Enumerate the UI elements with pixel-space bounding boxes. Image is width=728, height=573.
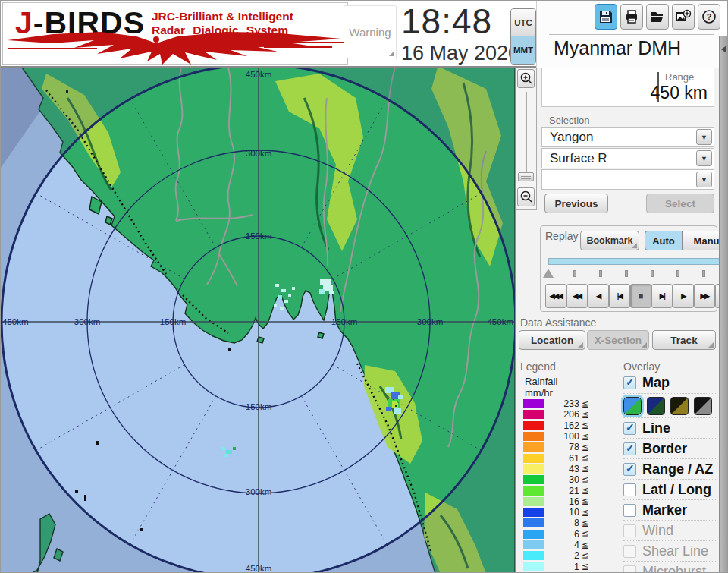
map-style-terrain[interactable] bbox=[623, 397, 642, 415]
zoom-slider-track[interactable] bbox=[526, 92, 527, 181]
rainfall-legend: 233≦ 206≦ 162≦ 100≦ 78≦ 61≦ 43≦ 30≦ 21≦ … bbox=[523, 398, 588, 572]
legend-row: 206≦ bbox=[523, 409, 588, 420]
replay-label: Replay bbox=[545, 230, 579, 242]
border-checkbox[interactable] bbox=[623, 442, 636, 455]
overlay-item-microburst: Microburst bbox=[623, 561, 716, 573]
legend-row: 100≦ bbox=[523, 431, 588, 442]
svg-text:300km: 300km bbox=[74, 317, 101, 326]
wind-checkbox bbox=[623, 524, 636, 537]
help-icon: ? bbox=[701, 9, 717, 24]
data-assistance-label: Data Assistance bbox=[520, 316, 596, 329]
product-dropdown-arrow[interactable]: ▼ bbox=[696, 150, 712, 166]
title-divider bbox=[549, 34, 714, 35]
map-style-dark[interactable] bbox=[647, 397, 665, 415]
open-button[interactable] bbox=[646, 4, 669, 30]
xsection-button[interactable]: X-Section bbox=[587, 330, 649, 350]
overlay-item-wind: Wind bbox=[623, 520, 716, 540]
help-button[interactable]: ? bbox=[698, 4, 720, 30]
map-style-gray[interactable] bbox=[694, 397, 712, 415]
timezone-toggle: UTC MMT bbox=[510, 8, 536, 65]
legend-row: 162≦ bbox=[523, 420, 588, 431]
lati-long-checkbox[interactable] bbox=[623, 483, 636, 496]
play-back-button[interactable]: ◀ bbox=[588, 284, 609, 308]
overlay-item-shear-line: Shear Line bbox=[623, 540, 716, 561]
zoom-in-icon bbox=[519, 72, 533, 86]
warning-button[interactable]: Warning bbox=[344, 5, 397, 58]
station-name: Myanmar DMH bbox=[554, 37, 681, 59]
eagle-logo-icon bbox=[6, 30, 346, 65]
slider-tick bbox=[676, 270, 679, 277]
site-dropdown-arrow[interactable]: ▼ bbox=[696, 129, 712, 145]
radar-map[interactable]: 450km 300km 150km 150km 300km 450km 450k… bbox=[1, 68, 515, 573]
save-button[interactable] bbox=[595, 4, 617, 30]
zoom-in-button[interactable] bbox=[517, 69, 535, 88]
print-button[interactable] bbox=[620, 4, 643, 30]
svg-text:?: ? bbox=[707, 12, 712, 21]
overlay-item-map[interactable]: Map bbox=[623, 373, 716, 393]
line-checkbox[interactable] bbox=[623, 422, 636, 435]
option-dropdown[interactable]: ▼ bbox=[541, 169, 714, 190]
range-display: Range 450 km bbox=[541, 68, 714, 107]
replay-slider-track[interactable] bbox=[548, 258, 728, 265]
range-az-checkbox[interactable] bbox=[623, 463, 636, 476]
legend-row: 61≦ bbox=[523, 452, 588, 463]
map-style-olive[interactable] bbox=[670, 397, 689, 415]
site-dropdown[interactable]: Yangon ▼ bbox=[541, 127, 714, 147]
legend-row: 4≦ bbox=[523, 540, 588, 550]
marker-checkbox[interactable] bbox=[623, 504, 636, 517]
collapse-arrow-icon bbox=[721, 46, 726, 53]
overlay-item-line[interactable]: Line bbox=[623, 417, 716, 438]
site-dropdown-value: Yangon bbox=[550, 130, 593, 145]
product-dropdown-value: Surface R bbox=[550, 151, 607, 166]
overlay-item-marker[interactable]: Marker bbox=[623, 499, 716, 520]
zoom-slider-thumb[interactable] bbox=[518, 172, 534, 181]
play-button[interactable]: ▶ bbox=[673, 284, 694, 308]
panel-collapse-strip[interactable] bbox=[719, 36, 728, 573]
utc-button[interactable]: UTC bbox=[511, 9, 535, 36]
rewind-button[interactable]: ◀◀ bbox=[566, 284, 588, 308]
location-button[interactable]: Location bbox=[519, 330, 585, 350]
save-icon bbox=[598, 9, 613, 24]
previous-button[interactable]: Previous bbox=[544, 194, 608, 213]
zoom-out-icon bbox=[519, 190, 533, 204]
bookmark-button[interactable]: Bookmark bbox=[580, 231, 639, 250]
slider-start-marker[interactable] bbox=[543, 269, 554, 278]
export-button[interactable] bbox=[672, 4, 695, 30]
replay-panel: Replay Bookmark Auto Manual ◀◀◀ ◀◀ ◀ |◀ … bbox=[540, 225, 717, 312]
legend-row: 78≦ bbox=[523, 442, 588, 452]
step-forward-button[interactable]: ▶| bbox=[651, 284, 673, 308]
select-button[interactable]: Select bbox=[646, 194, 714, 213]
stop-button[interactable]: ■ bbox=[630, 284, 651, 308]
legend-row: 30≦ bbox=[523, 474, 588, 485]
option-dropdown-arrow[interactable]: ▼ bbox=[696, 172, 712, 187]
map-checkbox[interactable] bbox=[623, 376, 636, 389]
overlay-item-range-az[interactable]: Range / AZ bbox=[623, 458, 716, 479]
forward-button[interactable]: ▶▶ bbox=[694, 284, 715, 308]
svg-text:150km: 150km bbox=[246, 402, 272, 411]
current-time: 18:48 bbox=[401, 1, 515, 42]
svg-text:150km: 150km bbox=[160, 317, 187, 326]
svg-text:300km: 300km bbox=[246, 487, 272, 496]
legend-label: Legend bbox=[520, 360, 556, 373]
legend-unit-1: Rainfall bbox=[525, 376, 557, 387]
mmt-button[interactable]: MMT bbox=[511, 36, 535, 64]
legend-row: 43≦ bbox=[523, 464, 588, 474]
product-dropdown[interactable]: Surface R ▼ bbox=[541, 148, 714, 168]
overlay-item-border[interactable]: Border bbox=[623, 438, 716, 458]
auto-button[interactable]: Auto bbox=[645, 231, 682, 250]
print-icon bbox=[624, 9, 639, 24]
zoom-out-button[interactable] bbox=[517, 187, 535, 206]
step-back-button[interactable]: |◀ bbox=[609, 284, 630, 308]
overlay-item-lati-long[interactable]: Lati / Long bbox=[623, 479, 716, 499]
jbirds-application: J-BIRDS JRC-Brilliant & Intelligent Rada… bbox=[0, 0, 728, 573]
overlay-label: Overlay bbox=[623, 360, 660, 373]
zoom-control bbox=[516, 68, 537, 210]
fast-rewind-button[interactable]: ◀◀◀ bbox=[545, 284, 566, 308]
legend-row: 1≦ bbox=[523, 561, 588, 571]
slider-tick bbox=[573, 270, 576, 277]
control-panel: Range 450 km Selection Yangon ▼ Surface … bbox=[515, 68, 728, 573]
jbirds-logo: J-BIRDS JRC-Brilliant & Intelligent Rada… bbox=[2, 2, 348, 65]
track-button[interactable]: Track bbox=[652, 330, 716, 350]
svg-text:450km: 450km bbox=[487, 317, 513, 326]
svg-text:300km: 300km bbox=[246, 149, 272, 158]
